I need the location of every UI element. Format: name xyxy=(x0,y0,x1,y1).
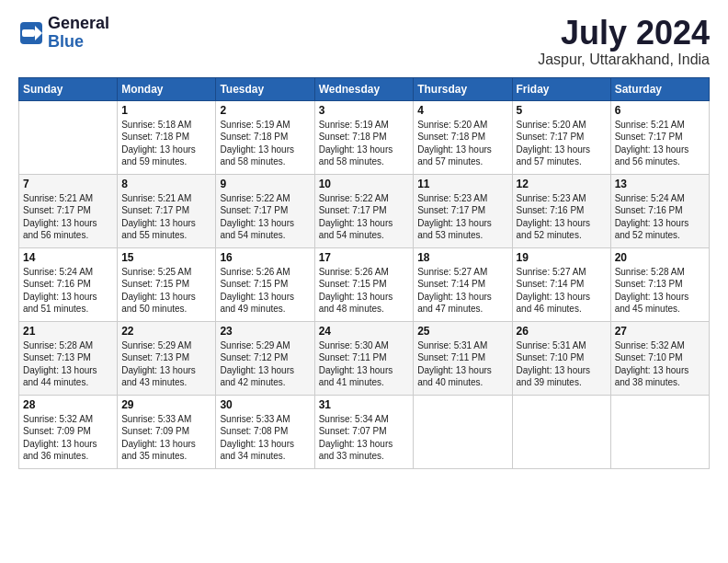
day-info: Sunrise: 5:26 AMSunset: 7:15 PMDaylight:… xyxy=(319,266,410,316)
header-row: SundayMondayTuesdayWednesdayThursdayFrid… xyxy=(19,77,710,100)
day-number: 22 xyxy=(121,325,211,338)
day-cell: 31Sunrise: 5:34 AMSunset: 7:07 PMDayligh… xyxy=(314,395,414,468)
day-number: 23 xyxy=(220,325,310,338)
day-cell: 5Sunrise: 5:20 AMSunset: 7:17 PMDaylight… xyxy=(512,100,610,174)
col-header-wednesday: Wednesday xyxy=(314,77,414,100)
day-info: Sunrise: 5:21 AMSunset: 7:17 PMDaylight:… xyxy=(121,192,211,242)
day-number: 14 xyxy=(23,251,113,264)
col-header-monday: Monday xyxy=(118,77,216,100)
day-info: Sunrise: 5:21 AMSunset: 7:17 PMDaylight:… xyxy=(615,119,705,168)
day-number: 16 xyxy=(220,251,310,264)
day-cell: 10Sunrise: 5:22 AMSunset: 7:17 PMDayligh… xyxy=(314,174,414,247)
day-info: Sunrise: 5:22 AMSunset: 7:17 PMDaylight:… xyxy=(220,192,310,242)
day-number: 3 xyxy=(319,104,410,117)
day-cell: 17Sunrise: 5:26 AMSunset: 7:15 PMDayligh… xyxy=(314,247,414,321)
day-cell: 13Sunrise: 5:24 AMSunset: 7:16 PMDayligh… xyxy=(610,174,709,247)
day-info: Sunrise: 5:32 AMSunset: 7:09 PMDaylight:… xyxy=(23,413,113,463)
day-number: 15 xyxy=(121,251,211,264)
day-number: 25 xyxy=(417,325,507,338)
day-info: Sunrise: 5:23 AMSunset: 7:17 PMDaylight:… xyxy=(417,192,507,242)
day-number: 27 xyxy=(615,325,705,338)
day-cell: 8Sunrise: 5:21 AMSunset: 7:17 PMDaylight… xyxy=(118,174,216,247)
svg-rect-2 xyxy=(22,29,35,37)
day-cell: 20Sunrise: 5:28 AMSunset: 7:13 PMDayligh… xyxy=(610,247,709,321)
logo-text: General Blue xyxy=(48,15,109,52)
day-info: Sunrise: 5:30 AMSunset: 7:11 PMDaylight:… xyxy=(319,339,410,389)
day-cell: 4Sunrise: 5:20 AMSunset: 7:18 PMDaylight… xyxy=(414,100,512,174)
logo-blue: Blue xyxy=(48,33,109,52)
location: Jaspur, Uttarakhand, India xyxy=(538,52,710,68)
day-cell: 19Sunrise: 5:27 AMSunset: 7:14 PMDayligh… xyxy=(512,247,610,321)
day-number: 12 xyxy=(517,178,607,190)
day-cell: 12Sunrise: 5:23 AMSunset: 7:16 PMDayligh… xyxy=(512,174,610,247)
day-number: 7 xyxy=(23,178,113,190)
day-cell: 27Sunrise: 5:32 AMSunset: 7:10 PMDayligh… xyxy=(610,321,709,395)
day-number: 31 xyxy=(319,398,410,411)
day-number: 13 xyxy=(615,178,705,190)
col-header-sunday: Sunday xyxy=(19,77,118,100)
day-info: Sunrise: 5:29 AMSunset: 7:12 PMDaylight:… xyxy=(220,339,310,389)
title-section: July 2024 Jaspur, Uttarakhand, India xyxy=(538,15,710,68)
day-info: Sunrise: 5:28 AMSunset: 7:13 PMDaylight:… xyxy=(23,339,113,389)
day-number: 6 xyxy=(615,104,705,117)
day-number: 8 xyxy=(121,178,211,190)
day-info: Sunrise: 5:27 AMSunset: 7:14 PMDaylight:… xyxy=(417,266,507,316)
calendar-table: SundayMondayTuesdayWednesdayThursdayFrid… xyxy=(18,77,710,469)
day-info: Sunrise: 5:20 AMSunset: 7:17 PMDaylight:… xyxy=(517,119,607,168)
day-cell: 18Sunrise: 5:27 AMSunset: 7:14 PMDayligh… xyxy=(414,247,512,321)
day-cell: 3Sunrise: 5:19 AMSunset: 7:18 PMDaylight… xyxy=(314,100,414,174)
day-info: Sunrise: 5:23 AMSunset: 7:16 PMDaylight:… xyxy=(517,192,607,242)
day-cell: 23Sunrise: 5:29 AMSunset: 7:12 PMDayligh… xyxy=(216,321,314,395)
col-header-saturday: Saturday xyxy=(610,77,709,100)
day-info: Sunrise: 5:27 AMSunset: 7:14 PMDaylight:… xyxy=(517,266,607,316)
page-container: General Blue July 2024 Jaspur, Uttarakha… xyxy=(0,0,728,478)
day-cell: 24Sunrise: 5:30 AMSunset: 7:11 PMDayligh… xyxy=(314,321,414,395)
day-info: Sunrise: 5:31 AMSunset: 7:11 PMDaylight:… xyxy=(417,339,507,389)
day-number: 2 xyxy=(220,104,310,117)
day-info: Sunrise: 5:22 AMSunset: 7:17 PMDaylight:… xyxy=(319,192,410,242)
col-header-friday: Friday xyxy=(512,77,610,100)
day-info: Sunrise: 5:19 AMSunset: 7:18 PMDaylight:… xyxy=(220,119,310,168)
day-cell: 28Sunrise: 5:32 AMSunset: 7:09 PMDayligh… xyxy=(19,395,118,468)
day-info: Sunrise: 5:33 AMSunset: 7:09 PMDaylight:… xyxy=(121,413,211,463)
day-info: Sunrise: 5:26 AMSunset: 7:15 PMDaylight:… xyxy=(220,266,310,316)
day-number: 20 xyxy=(615,251,705,264)
day-cell: 9Sunrise: 5:22 AMSunset: 7:17 PMDaylight… xyxy=(216,174,314,247)
day-info: Sunrise: 5:24 AMSunset: 7:16 PMDaylight:… xyxy=(23,266,113,316)
day-cell: 16Sunrise: 5:26 AMSunset: 7:15 PMDayligh… xyxy=(216,247,314,321)
day-cell xyxy=(512,395,610,468)
day-number: 18 xyxy=(417,251,507,264)
header: General Blue July 2024 Jaspur, Uttarakha… xyxy=(18,15,710,68)
week-row-2: 7Sunrise: 5:21 AMSunset: 7:17 PMDaylight… xyxy=(19,174,710,247)
day-info: Sunrise: 5:28 AMSunset: 7:13 PMDaylight:… xyxy=(615,266,705,316)
day-cell xyxy=(414,395,512,468)
day-info: Sunrise: 5:32 AMSunset: 7:10 PMDaylight:… xyxy=(615,339,705,389)
day-cell: 11Sunrise: 5:23 AMSunset: 7:17 PMDayligh… xyxy=(414,174,512,247)
day-number: 10 xyxy=(319,178,410,190)
week-row-1: 1Sunrise: 5:18 AMSunset: 7:18 PMDaylight… xyxy=(19,100,710,174)
day-number: 9 xyxy=(220,178,310,190)
day-number: 26 xyxy=(517,325,607,338)
day-cell: 30Sunrise: 5:33 AMSunset: 7:08 PMDayligh… xyxy=(216,395,314,468)
day-info: Sunrise: 5:31 AMSunset: 7:10 PMDaylight:… xyxy=(517,339,607,389)
day-info: Sunrise: 5:18 AMSunset: 7:18 PMDaylight:… xyxy=(121,119,211,168)
day-cell: 29Sunrise: 5:33 AMSunset: 7:09 PMDayligh… xyxy=(118,395,216,468)
day-number: 29 xyxy=(121,398,211,411)
day-cell: 21Sunrise: 5:28 AMSunset: 7:13 PMDayligh… xyxy=(19,321,118,395)
day-number: 5 xyxy=(517,104,607,117)
logo: General Blue xyxy=(18,15,109,52)
day-cell: 15Sunrise: 5:25 AMSunset: 7:15 PMDayligh… xyxy=(118,247,216,321)
day-info: Sunrise: 5:25 AMSunset: 7:15 PMDaylight:… xyxy=(121,266,211,316)
logo-general: General xyxy=(48,15,109,33)
day-cell: 14Sunrise: 5:24 AMSunset: 7:16 PMDayligh… xyxy=(19,247,118,321)
month-year: July 2024 xyxy=(538,15,710,52)
col-header-tuesday: Tuesday xyxy=(216,77,314,100)
day-number: 30 xyxy=(220,398,310,411)
day-cell: 2Sunrise: 5:19 AMSunset: 7:18 PMDaylight… xyxy=(216,100,314,174)
day-number: 21 xyxy=(23,325,113,338)
day-info: Sunrise: 5:29 AMSunset: 7:13 PMDaylight:… xyxy=(121,339,211,389)
day-info: Sunrise: 5:33 AMSunset: 7:08 PMDaylight:… xyxy=(220,413,310,463)
week-row-5: 28Sunrise: 5:32 AMSunset: 7:09 PMDayligh… xyxy=(19,395,710,468)
col-header-thursday: Thursday xyxy=(414,77,512,100)
day-number: 24 xyxy=(319,325,410,338)
